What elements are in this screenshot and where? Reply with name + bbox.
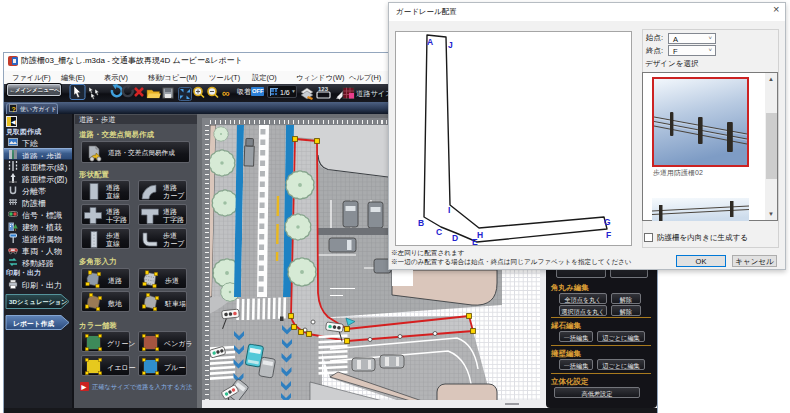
svg-text:D: D <box>452 233 458 243</box>
svg-text:A: A <box>427 37 433 47</box>
svg-text:F: F <box>606 230 611 240</box>
svg-text:∞: ∞ <box>222 87 230 99</box>
svg-text:3Dシミュレーション: 3Dシミュレーション <box>9 298 67 305</box>
svg-text:J: J <box>448 40 453 50</box>
svg-text:G: G <box>604 217 611 227</box>
svg-text:123: 123 <box>318 86 329 92</box>
svg-text:道路サイズ補: 道路サイズ補 <box>356 89 391 98</box>
svg-text:C: C <box>436 227 442 237</box>
svg-text:H: H <box>477 230 483 240</box>
svg-text:I: I <box>448 205 450 215</box>
svg-text:B: B <box>418 218 424 228</box>
svg-text:レポート作成: レポート作成 <box>13 320 54 328</box>
